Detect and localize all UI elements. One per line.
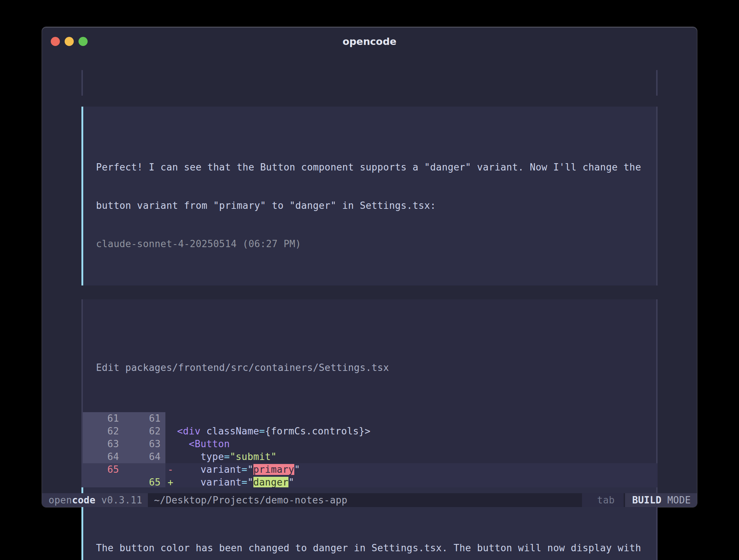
left-rail — [81, 70, 83, 96]
message-accent-bar — [81, 107, 83, 285]
old-line-number — [81, 476, 119, 489]
diff-marker: + — [165, 476, 177, 489]
working-directory: ~/Desktop/Projects/demo-notes-app — [154, 494, 348, 507]
new-line-number: 63 — [119, 438, 161, 450]
mode-name: BUILD — [632, 494, 662, 507]
diff-row: 6262<div className={formCs.controls}> — [81, 425, 658, 438]
diff-row: 6161 — [81, 412, 658, 425]
diff-row: 6464 type="submit" — [81, 450, 658, 463]
new-line-number: 65 — [119, 476, 161, 489]
right-rail — [656, 299, 658, 463]
diff-marker — [165, 450, 177, 463]
new-line-number — [119, 463, 161, 476]
assistant-message: Perfect! I can see that the Button compo… — [81, 107, 658, 285]
diff-marker — [165, 412, 177, 425]
old-line-number: 62 — [81, 425, 119, 438]
diff-gutter: 6464 — [81, 450, 165, 463]
new-line-number: 62 — [119, 425, 161, 438]
edit-file-path: Edit packages/frontend/src/containers/Se… — [81, 361, 658, 374]
new-line-number: 64 — [119, 450, 161, 463]
diff-marker — [165, 425, 177, 438]
code-line: <Button — [177, 438, 658, 450]
model-info: claude-sonnet-4-20250514 (06:27 PM) — [81, 238, 658, 250]
session-header: # Change button color to danger in setti… — [81, 70, 658, 96]
mode-suffix: MODE — [667, 494, 691, 507]
diff-row: 65+ variant="danger" — [81, 476, 658, 489]
right-rail — [656, 70, 658, 96]
diff-marker — [165, 438, 177, 450]
mode-indicator: BUILDMODE — [625, 493, 697, 507]
diff-gutter: 65 — [81, 463, 165, 476]
diff-gutter: 6161 — [81, 412, 165, 425]
code-line — [177, 412, 658, 425]
code-line: type="submit" — [177, 450, 658, 463]
app-version: v0.3.11 — [101, 494, 142, 507]
diff-marker: - — [165, 463, 177, 476]
diff-row: 6363 <Button — [81, 438, 658, 450]
code-line: variant="primary" — [177, 463, 658, 476]
new-line-number: 61 — [119, 412, 161, 425]
code-line: variant="danger" — [177, 476, 658, 489]
app-version-chip: opencodev0.3.11 — [42, 493, 148, 507]
code-line: <div className={formCs.controls}> — [177, 425, 658, 438]
diff-gutter: 6262 — [81, 425, 165, 438]
status-bar: opencodev0.3.11 ~/Desktop/Projects/demo-… — [42, 493, 697, 507]
terminal-content: # Change button color to danger in setti… — [81, 27, 658, 507]
app-name-bold: code — [72, 494, 95, 507]
right-rail — [656, 107, 658, 285]
old-line-number: 63 — [81, 438, 119, 450]
message-text: button variant from "primary" to "danger… — [81, 199, 658, 212]
old-line-number: 61 — [81, 412, 119, 425]
old-line-number: 64 — [81, 450, 119, 463]
tab-key-hint: tab — [582, 493, 623, 507]
message-text: The button color has been changed to dan… — [81, 542, 658, 555]
diff-gutter: 6363 — [81, 438, 165, 450]
diff-row: 65- variant="primary" — [81, 463, 658, 476]
diff-gutter: 65 — [81, 476, 165, 489]
old-line-number: 65 — [81, 463, 119, 476]
tab-key-label: tab — [597, 494, 614, 507]
app-name-normal: open — [49, 494, 72, 507]
left-rail — [81, 299, 83, 463]
message-text: Perfect! I can see that the Button compo… — [81, 161, 658, 174]
opencode-window: opencode # Change button color to danger… — [42, 27, 697, 507]
edit-diff-card: Edit packages/frontend/src/containers/Se… — [81, 299, 658, 463]
